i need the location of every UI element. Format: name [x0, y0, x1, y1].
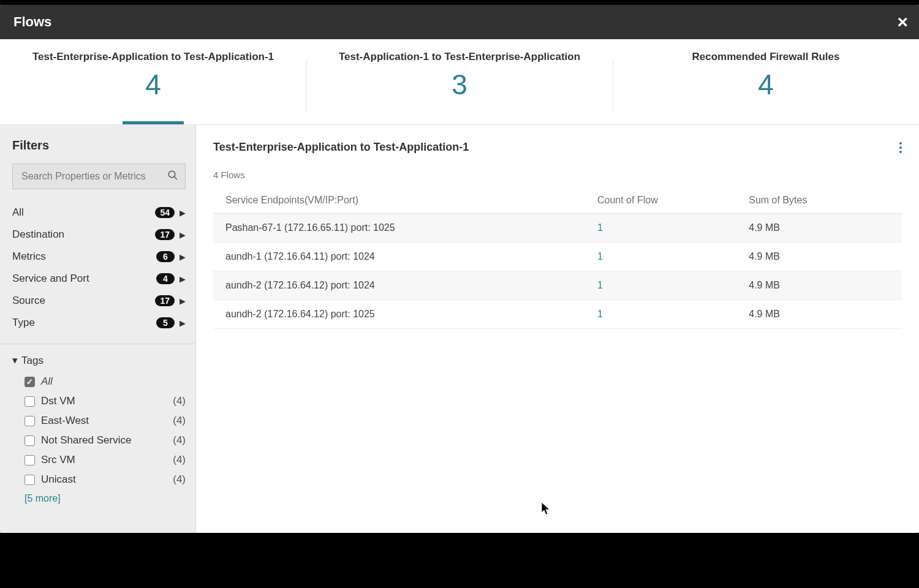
tag-src-vm[interactable]: Src VM (4)	[12, 450, 186, 470]
tag-all[interactable]: All	[12, 372, 186, 391]
filter-cat-service-port[interactable]: Service and Port 4▶	[12, 268, 186, 290]
table-row[interactable]: aundh-2 (172.16.64.12) port: 1025 1 4.9 …	[213, 300, 902, 329]
tag-east-west[interactable]: East-West (4)	[12, 411, 186, 431]
search-input[interactable]	[12, 164, 186, 189]
header-bar: Flows ×	[0, 5, 919, 39]
search-wrap	[12, 164, 186, 189]
close-icon[interactable]: ×	[893, 13, 912, 31]
flows-count-label: 4 Flows	[213, 170, 902, 180]
filter-cat-all[interactable]: All 54▶	[12, 202, 186, 224]
table-row[interactable]: aundh-1 (172.16.64.11) port: 1024 1 4.9 …	[213, 243, 902, 271]
filter-cat-type[interactable]: Type 5▶	[12, 312, 186, 334]
search-icon[interactable]	[167, 170, 178, 183]
tags-header[interactable]: ▾ Tags	[12, 354, 186, 372]
chevron-right-icon: ▶	[180, 318, 186, 328]
checkbox-icon[interactable]	[25, 416, 35, 426]
sidebar-divider	[0, 344, 195, 344]
chevron-down-icon: ▾	[12, 354, 18, 367]
tab-app1-to-entapp[interactable]: Test-Application-1 to Test-Enterprise-Ap…	[306, 39, 613, 124]
svg-point-0	[168, 171, 175, 178]
tags-more-link[interactable]: [5 more]	[12, 489, 186, 504]
checkbox-icon[interactable]	[25, 455, 35, 466]
tab-entapp-to-app1[interactable]: Test-Enterprise-Application to Test-Appl…	[0, 39, 306, 124]
filter-cat-source[interactable]: Source 17▶	[12, 290, 186, 312]
filters-heading: Filters	[12, 138, 186, 153]
filter-cat-destination[interactable]: Destination 17▶	[12, 224, 186, 246]
checkbox-icon[interactable]	[25, 475, 35, 485]
col-count[interactable]: Count of Flow	[585, 187, 736, 214]
col-bytes[interactable]: Sum of Bytes	[736, 187, 902, 214]
kebab-menu-icon[interactable]	[899, 142, 902, 153]
tab-strip: Test-Enterprise-Application to Test-Appl…	[0, 39, 919, 125]
tag-unicast[interactable]: Unicast (4)	[12, 470, 186, 489]
checkbox-icon[interactable]	[25, 377, 35, 387]
body: Filters All 54▶ Destination 17▶ Metrics	[0, 125, 919, 533]
table-row[interactable]: Pashan-67-1 (172.16.65.11) port: 1025 1 …	[213, 214, 902, 243]
content-title: Test-Enterprise-Application to Test-Appl…	[213, 141, 469, 154]
filters-sidebar: Filters All 54▶ Destination 17▶ Metrics	[0, 125, 196, 533]
app-window: Flows × Test-Enterprise-Application to T…	[0, 5, 919, 533]
filter-cat-metrics[interactable]: Metrics 6▶	[12, 246, 186, 268]
page-title: Flows	[13, 14, 51, 30]
tag-dst-vm[interactable]: Dst VM (4)	[12, 391, 186, 411]
main-content: Test-Enterprise-Application to Test-Appl…	[196, 125, 919, 533]
checkbox-icon[interactable]	[25, 435, 35, 446]
chevron-right-icon: ▶	[180, 274, 186, 284]
filter-categories: All 54▶ Destination 17▶ Metrics 6▶ Servi…	[12, 202, 186, 334]
table-row[interactable]: aundh-2 (172.16.64.12) port: 1024 1 4.9 …	[213, 271, 902, 300]
tag-not-shared[interactable]: Not Shared Service (4)	[12, 431, 186, 450]
svg-line-1	[174, 176, 177, 179]
chevron-right-icon: ▶	[180, 208, 186, 217]
tab-recommended-firewall-rules[interactable]: Recommended Firewall Rules 4	[613, 39, 919, 124]
flows-table: Service Endpoints(VM/IP:Port) Count of F…	[213, 187, 902, 329]
cursor-icon	[541, 502, 552, 516]
chevron-right-icon: ▶	[180, 230, 186, 239]
chevron-right-icon: ▶	[180, 252, 186, 262]
col-endpoints[interactable]: Service Endpoints(VM/IP:Port)	[213, 187, 585, 214]
checkbox-icon[interactable]	[25, 396, 35, 407]
chevron-right-icon: ▶	[180, 296, 186, 306]
